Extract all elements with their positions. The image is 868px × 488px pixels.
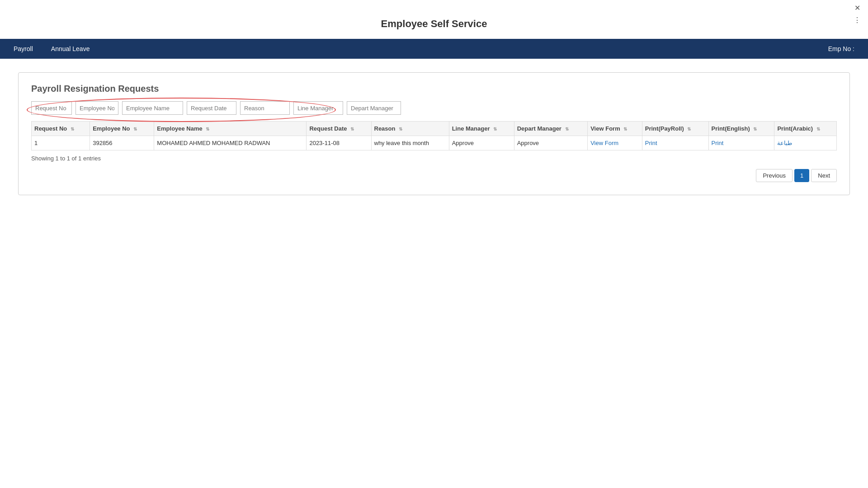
- col-header-view-form[interactable]: View Form ⇅: [588, 122, 642, 136]
- card: Payroll Resignation Requests Request No …: [18, 72, 850, 195]
- cell-request-date: 2023-11-08: [307, 136, 371, 150]
- cell-print-english[interactable]: Print: [708, 136, 774, 150]
- page-title: Employee Self Service: [0, 0, 868, 39]
- col-header-request-no[interactable]: Request No ⇅: [32, 122, 90, 136]
- navbar-emp-no: Emp No :: [828, 45, 854, 52]
- filter-request-no[interactable]: [31, 101, 72, 115]
- cell-view-form[interactable]: View Form: [588, 136, 642, 150]
- print-payroll-link[interactable]: Print: [645, 140, 657, 146]
- sort-icon-print-arabic: ⇅: [816, 127, 820, 131]
- col-header-print-arabic[interactable]: Print(Arabic) ⇅: [774, 122, 837, 136]
- navbar: Payroll Annual Leave Emp No :: [0, 39, 868, 59]
- main-content: Payroll Resignation Requests Request No …: [0, 59, 868, 209]
- sort-icon-depart-manager: ⇅: [565, 127, 569, 131]
- pagination-row: Previous 1 Next: [31, 169, 837, 182]
- top-controls: ✕ ⋮: [846, 0, 868, 28]
- col-header-line-manager[interactable]: Line Manager ⇅: [449, 122, 514, 136]
- sort-icon-request-date: ⇅: [350, 127, 354, 131]
- cell-employee-no: 392856: [90, 136, 154, 150]
- filter-employee-no[interactable]: [75, 101, 118, 115]
- menu-button[interactable]: ⋮: [851, 15, 863, 25]
- cell-depart-manager: Approve: [514, 136, 588, 150]
- next-button[interactable]: Next: [811, 169, 837, 182]
- col-header-reason[interactable]: Reason ⇅: [371, 122, 449, 136]
- cell-employee-name: MOHAMED AHMED MOHAMED RADWAN: [154, 136, 307, 150]
- showing-entries-text: Showing 1 to 1 of 1 entries: [31, 155, 837, 162]
- col-header-depart-manager[interactable]: Depart Manager ⇅: [514, 122, 588, 136]
- filter-row: [31, 101, 837, 115]
- filter-reason[interactable]: [240, 101, 290, 115]
- print-arabic-link[interactable]: طباعة: [777, 140, 792, 146]
- sort-icon-line-manager: ⇅: [493, 127, 497, 131]
- col-header-request-date[interactable]: Request Date ⇅: [307, 122, 371, 136]
- sort-icon-print-english: ⇅: [753, 127, 757, 131]
- cell-reason: why leave this month: [371, 136, 449, 150]
- resignation-table: Request No ⇅ Employee No ⇅ Employee Name…: [31, 121, 837, 150]
- table-row: 1 392856 MOHAMED AHMED MOHAMED RADWAN 20…: [32, 136, 837, 150]
- sort-icon-request-no: ⇅: [71, 127, 74, 131]
- current-page-number: 1: [794, 169, 809, 182]
- sort-icon-view-form: ⇅: [623, 127, 627, 131]
- col-header-employee-name[interactable]: Employee Name ⇅: [154, 122, 307, 136]
- sort-icon-employee-name: ⇅: [206, 127, 209, 131]
- sort-icon-reason: ⇅: [399, 127, 402, 131]
- print-english-link[interactable]: Print: [712, 140, 724, 146]
- cell-line-manager: Approve: [449, 136, 514, 150]
- filter-line-manager[interactable]: [293, 101, 343, 115]
- navbar-item-annual-leave[interactable]: Annual Leave: [51, 45, 108, 52]
- previous-button[interactable]: Previous: [756, 169, 793, 182]
- close-button[interactable]: ✕: [852, 3, 863, 13]
- col-header-print-english[interactable]: Print(English) ⇅: [708, 122, 774, 136]
- filter-request-date[interactable]: [187, 101, 236, 115]
- cell-request-no: 1: [32, 136, 90, 150]
- sort-icon-employee-no: ⇅: [133, 127, 137, 131]
- table-header-row: Request No ⇅ Employee No ⇅ Employee Name…: [32, 122, 837, 136]
- sort-icon-print-payroll: ⇅: [687, 127, 691, 131]
- navbar-item-payroll[interactable]: Payroll: [14, 45, 51, 52]
- cell-print-arabic[interactable]: طباعة: [774, 136, 837, 150]
- view-form-link[interactable]: View Form: [590, 140, 618, 146]
- col-header-print-payroll[interactable]: Print(PayRoll) ⇅: [642, 122, 708, 136]
- filter-employee-name[interactable]: [122, 101, 183, 115]
- filter-depart-manager[interactable]: [347, 101, 401, 115]
- card-title: Payroll Resignation Requests: [31, 84, 837, 94]
- col-header-employee-no[interactable]: Employee No ⇅: [90, 122, 154, 136]
- cell-print-payroll[interactable]: Print: [642, 136, 708, 150]
